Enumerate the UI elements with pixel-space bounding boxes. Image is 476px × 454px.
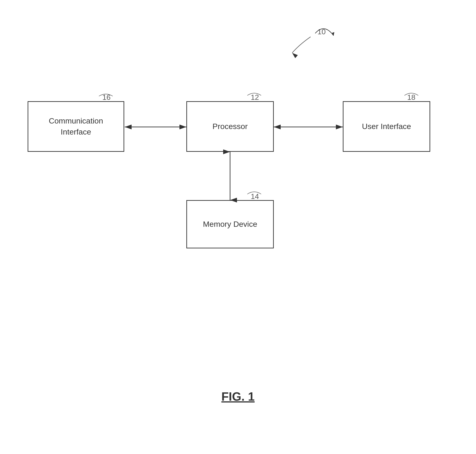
box-memory: Memory Device <box>186 200 274 248</box>
ref-14: 14 <box>251 192 259 201</box>
box-comm-interface-label: CommunicationInterface <box>49 115 103 137</box>
diagram-container: 10 CommunicationInterface 16 Processor 1… <box>0 0 476 454</box>
box-processor: Processor <box>186 101 274 152</box>
box-user-interface-label: User Interface <box>362 121 411 132</box>
figure-label: FIG. 1 <box>221 390 254 403</box>
box-processor-label: Processor <box>212 121 247 132</box>
box-memory-label: Memory Device <box>203 219 257 230</box>
box-user-interface: User Interface <box>343 101 430 152</box>
ref-18: 18 <box>407 93 415 102</box>
ref-12: 12 <box>251 93 259 102</box>
box-comm-interface: CommunicationInterface <box>28 101 124 152</box>
svg-marker-7 <box>331 31 335 36</box>
ref-10: 10 <box>317 28 326 36</box>
ref-16: 16 <box>102 93 111 102</box>
